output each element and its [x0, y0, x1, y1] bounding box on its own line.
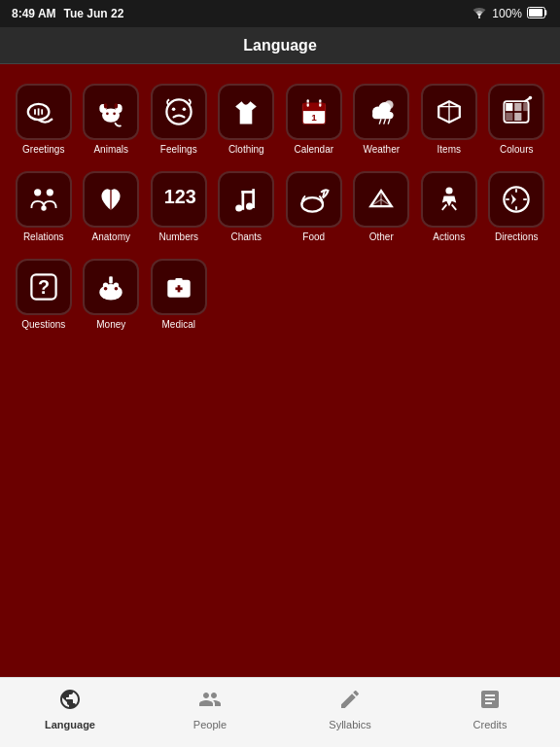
- icon-label-chants: Chants: [230, 231, 262, 243]
- battery-percentage: 100%: [492, 7, 522, 20]
- tab-credits-label: Credits: [473, 719, 508, 730]
- icon-box-food: [286, 171, 342, 228]
- svg-text:123: 123: [163, 186, 195, 207]
- icon-label-medical: Medical: [162, 319, 195, 331]
- tab-language-label: Language: [45, 719, 95, 730]
- svg-point-46: [235, 204, 242, 211]
- svg-rect-68: [109, 276, 113, 283]
- icon-weather[interactable]: Weather: [350, 80, 414, 160]
- wifi-icon: [472, 7, 487, 21]
- svg-point-42: [34, 189, 41, 196]
- icon-box-weather: [353, 84, 409, 140]
- icon-label-numbers: Numbers: [158, 231, 198, 243]
- svg-point-14: [166, 99, 191, 124]
- icon-items[interactable]: Items: [417, 80, 481, 160]
- tab-syllabics[interactable]: Syllabics: [280, 682, 420, 736]
- svg-point-54: [445, 187, 452, 194]
- tab-people-label: People: [193, 719, 227, 730]
- icon-box-calendar: 1: [286, 84, 342, 140]
- icon-questions[interactable]: ? Questions: [12, 255, 76, 335]
- icon-feelings[interactable]: Feelings: [147, 80, 211, 160]
- icon-other[interactable]: Other: [350, 167, 414, 247]
- svg-point-70: [115, 287, 119, 291]
- svg-rect-36: [514, 103, 521, 111]
- tab-credits[interactable]: Credits: [420, 682, 560, 736]
- icon-medical[interactable]: Medical: [147, 255, 211, 335]
- icon-box-animals: [83, 84, 139, 140]
- svg-rect-39: [514, 113, 521, 121]
- svg-rect-48: [242, 191, 245, 210]
- icon-money[interactable]: Money: [80, 255, 144, 335]
- icon-label-colours: Colours: [500, 144, 533, 156]
- icon-calendar[interactable]: 1 Calendar: [282, 80, 346, 160]
- icon-label-feelings: Feelings: [160, 144, 197, 156]
- svg-rect-27: [372, 112, 394, 119]
- icon-box-chants: [218, 171, 274, 228]
- icon-box-directions: [488, 171, 544, 228]
- icon-box-actions: [421, 171, 477, 228]
- icon-actions[interactable]: Actions: [417, 167, 481, 247]
- tab-people-icon: [198, 688, 222, 717]
- icon-label-money: Money: [96, 319, 125, 331]
- svg-point-11: [115, 103, 119, 108]
- status-date: Tue Jun 22: [64, 7, 124, 20]
- icon-label-food: Food: [302, 231, 325, 243]
- svg-point-31: [385, 100, 394, 109]
- svg-line-30: [379, 119, 381, 124]
- icon-food[interactable]: Food: [282, 167, 346, 247]
- icon-label-directions: Directions: [495, 231, 538, 243]
- icon-anatomy[interactable]: Anatomy: [80, 167, 144, 247]
- battery-icon: [527, 7, 548, 21]
- tab-syllabics-label: Syllabics: [329, 719, 370, 730]
- tab-language[interactable]: Language: [0, 682, 140, 736]
- icon-animals[interactable]: Animals: [80, 80, 144, 160]
- icon-box-numbers: 123: [151, 171, 207, 228]
- svg-point-15: [172, 108, 176, 112]
- icon-greetings[interactable]: Greetings: [12, 80, 76, 160]
- icon-clothing[interactable]: Clothing: [215, 80, 279, 160]
- tab-bar: Language People Syllabics Credits: [0, 677, 560, 747]
- svg-line-28: [388, 119, 390, 124]
- navigation-bar: Language: [0, 27, 560, 64]
- svg-point-10: [104, 103, 108, 108]
- svg-point-12: [106, 112, 109, 115]
- tab-syllabics-icon: [338, 688, 362, 717]
- icon-relations[interactable]: Relations: [12, 167, 76, 247]
- svg-rect-20: [302, 103, 325, 111]
- svg-point-69: [104, 287, 108, 291]
- nav-title: Language: [243, 37, 317, 54]
- icon-box-items: [421, 84, 477, 140]
- icon-label-questions: Questions: [21, 319, 65, 331]
- svg-point-16: [182, 108, 186, 112]
- icon-box-anatomy: [83, 171, 139, 228]
- icon-label-clothing: Clothing: [228, 144, 264, 156]
- svg-line-29: [384, 119, 386, 124]
- svg-point-47: [246, 203, 253, 210]
- icon-colours[interactable]: Colours: [485, 80, 549, 160]
- status-bar: 8:49 AM Tue Jun 22 100%: [0, 0, 560, 27]
- icon-box-other: [353, 171, 409, 228]
- icon-label-greetings: Greetings: [22, 144, 64, 156]
- svg-point-51: [301, 197, 323, 211]
- svg-point-0: [478, 17, 480, 18]
- icon-label-other: Other: [369, 231, 394, 243]
- tab-credits-icon: [478, 688, 502, 717]
- svg-line-55: [442, 204, 447, 209]
- tab-language-icon: [58, 688, 82, 717]
- icon-grid: Greetings Animals: [12, 80, 548, 335]
- tab-people[interactable]: People: [140, 682, 280, 736]
- icon-label-items: Items: [438, 144, 461, 156]
- icon-chants[interactable]: Chants: [215, 167, 279, 247]
- svg-rect-50: [242, 191, 256, 194]
- svg-point-13: [114, 112, 117, 115]
- svg-point-41: [529, 96, 533, 100]
- icon-box-colours: [488, 84, 544, 140]
- icon-label-calendar: Calendar: [294, 144, 333, 156]
- svg-line-56: [451, 204, 456, 209]
- icon-numbers[interactable]: 123 Numbers: [147, 167, 211, 247]
- svg-rect-35: [506, 103, 512, 111]
- icon-directions[interactable]: Directions: [485, 167, 549, 247]
- icon-box-medical: [151, 259, 207, 315]
- icon-box-clothing: [218, 84, 274, 140]
- icon-label-anatomy: Anatomy: [92, 231, 130, 243]
